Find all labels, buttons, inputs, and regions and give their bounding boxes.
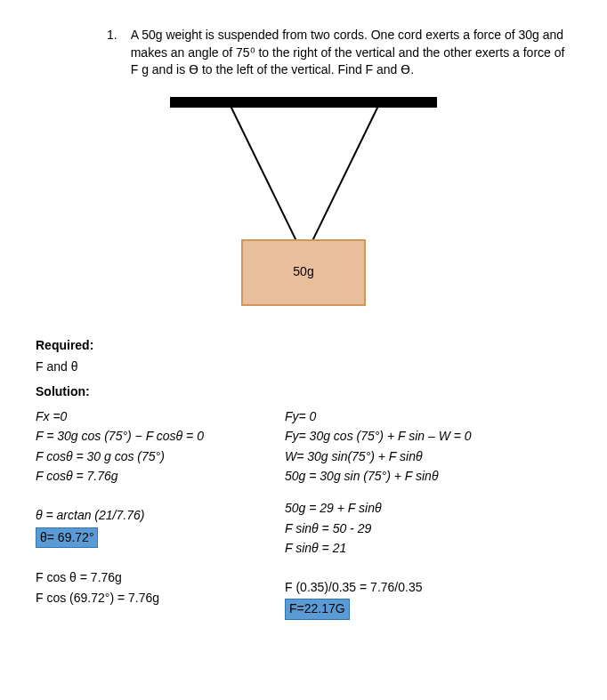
required-line: F and θ: [36, 358, 571, 376]
problem-statement: 1. A 50g weight is suspended from two co…: [36, 27, 571, 79]
support-bar: [170, 97, 437, 108]
eq-r4: 50g = 30g sin (75°) + F sinθ: [285, 468, 552, 486]
eq-fx: Fx =0: [36, 408, 258, 426]
eq-r8: F (0.35)/0.35 = 7.76/0.35: [285, 579, 552, 597]
eq-l2: F = 30g cos (75°) − F cosθ = 0: [36, 428, 258, 446]
eq-r3: W= 30g sin(75°) + F sinθ: [285, 448, 552, 466]
cord-right: [304, 101, 381, 258]
eq-l5: θ = arctan (21/7.76): [36, 507, 258, 525]
problem-text: A 50g weight is suspended from two cords…: [131, 27, 571, 79]
solution-right-column: Fy= 0 Fy= 30g cos (75°) + F sin – W = 0 …: [285, 406, 552, 623]
solution-left-column: Fx =0 F = 30g cos (75°) − F cosθ = 0 F c…: [36, 406, 258, 623]
eq-r6: F sinθ = 50 - 29: [285, 520, 552, 538]
weight-label: 50g: [293, 263, 313, 281]
weight-box: 50g: [241, 239, 366, 306]
eq-r9: F=22.17G: [285, 599, 552, 620]
eq-l3: F cosθ = 30 g cos (75°): [36, 448, 258, 466]
f-answer: F=22.17G: [285, 599, 350, 620]
eq-r5: 50g = 29 + F sinθ: [285, 500, 552, 518]
eq-l7: F cos θ = 7.76g: [36, 569, 258, 587]
eq-r2: Fy= 30g cos (75°) + F sin – W = 0: [285, 428, 552, 446]
diagram: 50g: [125, 97, 482, 310]
required-title: Required:: [36, 337, 571, 355]
problem-number: 1.: [107, 27, 117, 44]
eq-l8: F cos (69.72°) = 7.76g: [36, 590, 258, 607]
eq-l4: F cosθ = 7.76g: [36, 468, 258, 486]
solution-title: Solution:: [36, 383, 571, 401]
eq-l6: θ= 69.72°: [36, 527, 258, 549]
cord-left: [228, 101, 305, 258]
theta-answer: θ= 69.72°: [36, 527, 98, 549]
eq-r7: F sinθ = 21: [285, 540, 552, 558]
solution-columns: Fx =0 F = 30g cos (75°) − F cosθ = 0 F c…: [36, 406, 571, 623]
eq-fy: Fy= 0: [285, 408, 552, 426]
